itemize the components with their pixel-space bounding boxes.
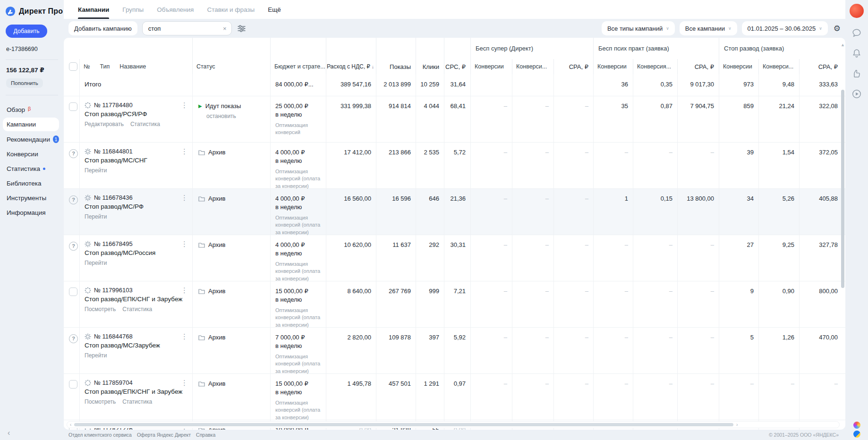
row-action-link[interactable]: Статистика: [130, 121, 160, 127]
sidebar-item-library[interactable]: Библиотека: [3, 177, 59, 190]
campaign-name[interactable]: Стоп развод/МС/Россия: [85, 249, 188, 256]
date-range-picker[interactable]: 01.01.2025 – 30.06.2025 ∨: [742, 21, 828, 35]
scroll-right-icon[interactable]: ›: [736, 423, 738, 427]
col-conversions-2[interactable]: Конверсии: [593, 59, 633, 74]
sidebar-item-recommendations[interactable]: Рекомендации 1: [3, 132, 59, 146]
sidebar-collapse-icon[interactable]: ‹: [8, 429, 10, 437]
account-id[interactable]: e-17386690: [0, 38, 64, 52]
topup-button[interactable]: Пополнить: [6, 78, 43, 88]
sidebar-item-statistics[interactable]: Статистика: [3, 162, 59, 176]
campaign-name[interactable]: Стоп развод/ЕПК/СНГ и Зарубеж: [85, 388, 188, 395]
sidebar-item-info[interactable]: Информация: [3, 206, 59, 220]
metrica-icon[interactable]: [853, 422, 860, 429]
tab-more[interactable]: Ещё: [268, 0, 281, 19]
row-action-link[interactable]: Статистика: [122, 398, 152, 405]
col-conversions-3[interactable]: Конверсии: [719, 59, 758, 74]
col-name[interactable]: № Тип Название: [79, 59, 192, 74]
kebab-menu-icon[interactable]: ⋮: [181, 101, 188, 110]
col-status[interactable]: Статус: [192, 59, 270, 74]
stop-link[interactable]: остановить: [206, 113, 270, 119]
horizontal-scrollbar-thumb[interactable]: [74, 423, 733, 426]
campaign-filter[interactable]: Все кампании ∨: [680, 21, 737, 35]
row-action-link[interactable]: Посмотреть: [85, 306, 116, 313]
row-action-link[interactable]: Перейти: [85, 352, 107, 359]
kebab-menu-icon[interactable]: ⋮: [181, 240, 188, 248]
scroll-up-icon[interactable]: ▲: [841, 42, 845, 47]
campaign-name[interactable]: Стоп развод/МС/СНГ: [85, 157, 188, 164]
campaign-name[interactable]: Стоп развод/МС/РФ: [85, 203, 188, 210]
row-checkbox[interactable]: [69, 288, 77, 296]
table-row[interactable]: ? № 117996103 ⋮ Стоп развод/ЕПК/СНГ и За…: [64, 281, 845, 328]
row-checkbox[interactable]: [69, 102, 77, 111]
row-action-link[interactable]: Статистика: [122, 306, 152, 313]
convrate1-value: –: [512, 189, 553, 236]
app-logo[interactable]: Директ Про: [0, 0, 64, 17]
campaign-name[interactable]: Стоп развод/МС/Зарубеж: [85, 342, 188, 349]
sidebar-item-conversions[interactable]: Конверсии: [3, 147, 59, 161]
campaign-type-filter[interactable]: Все типы кампаний ∨: [602, 21, 675, 35]
col-shows[interactable]: Показы: [376, 59, 416, 74]
table-row[interactable]: ? № 116844801 ⋮ Стоп развод/МС/СНГ: [64, 143, 845, 189]
row-action-link[interactable]: Посмотреть: [85, 398, 116, 405]
row-checkbox[interactable]: [69, 380, 77, 389]
col-cost-sorted[interactable]: Расход с НДС, ₽ ↓: [326, 59, 376, 74]
col-cpc[interactable]: CPC, ₽: [444, 59, 470, 74]
campaign-name[interactable]: Стоп развод/РСЯ/РФ: [85, 110, 188, 118]
kebab-menu-icon[interactable]: ⋮: [181, 379, 188, 387]
help-icon[interactable]: ?: [69, 195, 78, 204]
kebab-menu-icon[interactable]: ⋮: [181, 286, 188, 295]
help-icon[interactable]: ?: [69, 334, 78, 343]
play-video-icon[interactable]: [851, 89, 862, 99]
col-cpa-2[interactable]: CPA, ₽: [677, 59, 719, 74]
col-cpa-3[interactable]: CPA, ₽: [799, 59, 842, 74]
tab-groups[interactable]: Группы: [122, 0, 144, 19]
table-row[interactable]: ? № 116678495 ⋮ Стоп развод/МС/Россия: [64, 235, 845, 281]
scroll-left-icon[interactable]: ‹: [70, 423, 71, 427]
kebab-menu-icon[interactable]: ⋮: [181, 194, 188, 202]
tab-campaigns[interactable]: Кампании: [78, 0, 109, 19]
sidebar-item-overview[interactable]: Обзор β: [3, 103, 59, 117]
search-input[interactable]: [147, 25, 222, 33]
chat-icon[interactable]: [851, 28, 862, 38]
col-clicks[interactable]: Клики: [416, 59, 444, 74]
row-action-link[interactable]: Перейти: [85, 167, 107, 174]
col-conv-rate-3[interactable]: Конверси...: [758, 59, 799, 74]
service-icon[interactable]: [853, 431, 860, 438]
table-row[interactable]: ? № 116678436 ⋮ Стоп развод/МС/РФ: [64, 189, 845, 235]
clear-search-icon[interactable]: ×: [222, 25, 228, 32]
row-action-link[interactable]: Редактировать: [85, 121, 124, 127]
tab-ads[interactable]: Объявления: [157, 0, 194, 19]
sidebar-item-tools[interactable]: Инструменты: [3, 191, 59, 205]
table-settings-gear-icon[interactable]: ⚙: [834, 24, 841, 34]
table-row[interactable]: ? № 116844768 ⋮ Стоп развод/МС/Зарубеж: [64, 328, 845, 374]
footer-link-support[interactable]: Отдел клиентского сервиса: [68, 432, 132, 438]
horizontal-scrollbar[interactable]: ‹ ›: [67, 421, 840, 428]
help-icon[interactable]: ?: [69, 242, 78, 251]
footer-link-help[interactable]: Справка: [196, 432, 215, 438]
sidebar-item-campaigns[interactable]: Кампании: [3, 118, 59, 131]
col-conv-rate-2[interactable]: Конверсия...: [633, 59, 677, 74]
campaign-name[interactable]: Стоп развод/ЕПК/СНГ и Зарубеж: [85, 296, 188, 303]
filter-sliders-icon[interactable]: [237, 24, 247, 33]
add-button[interactable]: Добавить: [6, 25, 47, 38]
thumbs-up-icon[interactable]: [851, 68, 862, 79]
col-budget[interactable]: Бюджет и страте...: [270, 59, 326, 74]
help-icon[interactable]: ?: [69, 149, 78, 158]
vertical-scrollbar-thumb[interactable]: [841, 90, 844, 288]
kebab-menu-icon[interactable]: ⋮: [181, 332, 188, 341]
table-row[interactable]: ? № 117859704 ⋮ Стоп развод/ЕПК/СНГ и За…: [64, 374, 845, 420]
user-avatar[interactable]: [850, 4, 864, 18]
kebab-menu-icon[interactable]: ⋮: [181, 147, 188, 156]
col-cpa-1[interactable]: CPA, ₽: [553, 59, 593, 74]
col-conv-rate-1[interactable]: Конверси...: [512, 59, 553, 74]
footer-link-offer[interactable]: Оферта Яндекс Директ: [137, 432, 191, 438]
notifications-bell-icon[interactable]: [851, 48, 862, 59]
select-all-checkbox[interactable]: [69, 62, 77, 71]
tab-bids-phrases[interactable]: Ставки и фразы: [207, 0, 255, 19]
vertical-scrollbar[interactable]: ▲: [841, 79, 844, 418]
col-conversions-1[interactable]: Конверсии: [470, 59, 512, 74]
row-action-link[interactable]: Перейти: [85, 260, 107, 266]
add-campaign-button[interactable]: Добавить кампанию: [68, 21, 137, 35]
table-row[interactable]: ? № 117784480 ⋮ Стоп развод/РСЯ/РФ: [64, 96, 845, 143]
row-action-link[interactable]: Перейти: [85, 213, 107, 220]
